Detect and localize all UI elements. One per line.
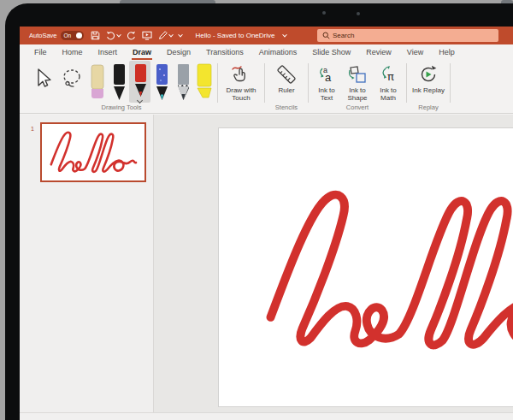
draw-with-touch-button[interactable]: Draw with Touch <box>221 61 262 102</box>
ink-to-text-icon: a a <box>317 65 336 84</box>
pen-dropdown-chevron[interactable] <box>168 32 174 37</box>
undo-button[interactable] <box>106 31 121 40</box>
quick-access-toolbar-chevron[interactable] <box>178 32 183 37</box>
eraser-tool[interactable] <box>86 61 108 101</box>
tab-draw[interactable]: Draw <box>125 44 159 61</box>
tab-transitions[interactable]: Transitions <box>198 44 251 61</box>
pen-options-chevron[interactable] <box>137 98 143 104</box>
ink-to-math-label: Ink to Math <box>373 86 404 102</box>
ruler-icon <box>275 63 298 86</box>
status-bar <box>20 412 513 420</box>
svg-text:a: a <box>325 71 332 84</box>
ink-to-shape-label: Ink to Shape <box>342 86 373 102</box>
sensor-dot <box>357 12 360 15</box>
drawing-tools-group: Drawing Tools <box>28 61 215 113</box>
highlighter-icon <box>194 63 215 101</box>
title-dropdown-chevron[interactable] <box>283 32 288 37</box>
pen-red-selected[interactable] <box>129 61 150 103</box>
workspace: 1 <box>20 115 513 420</box>
pen-tool-button[interactable] <box>158 31 173 40</box>
redo-button[interactable] <box>127 31 136 40</box>
tab-insert[interactable]: Insert <box>91 44 126 61</box>
touch-group-label <box>221 111 262 113</box>
pen-galaxy-icon <box>152 63 171 101</box>
present-icon <box>142 31 152 40</box>
tab-file[interactable]: File <box>27 44 55 61</box>
tab-home[interactable]: Home <box>55 44 91 61</box>
tab-view[interactable]: View <box>399 44 431 61</box>
title-bar: AutoSave On <box>20 27 513 44</box>
save-icon <box>91 31 100 40</box>
highlighter-tool[interactable] <box>193 61 215 101</box>
pen-red-icon <box>131 63 150 98</box>
pencil-tool[interactable] <box>172 61 193 101</box>
ribbon-tab-bar: File Home Insert Draw Design Transitions… <box>20 44 513 61</box>
photo-background: AutoSave On <box>0 0 513 420</box>
drawing-tools-group-label: Drawing Tools <box>28 104 215 113</box>
lasso-icon <box>61 68 83 90</box>
ribbon-separator <box>450 63 451 103</box>
slide-thumbnail-1[interactable] <box>40 122 146 182</box>
ribbon-separator <box>264 63 265 103</box>
tab-animations[interactable]: Animations <box>251 44 305 61</box>
search-input[interactable]: Search <box>317 29 498 42</box>
undo-dropdown-chevron[interactable] <box>116 32 121 37</box>
tab-slide-show[interactable]: Slide Show <box>304 44 358 61</box>
ink-replay-icon <box>418 64 439 85</box>
search-icon <box>322 32 330 39</box>
redo-icon <box>127 31 136 40</box>
pencil-icon <box>174 63 192 101</box>
touch-group: Draw with Touch <box>221 61 262 113</box>
slide-canvas[interactable] <box>218 127 513 407</box>
ink-drawing-hello <box>256 166 513 385</box>
stencils-group-label: Stencils <box>268 104 305 113</box>
ink-to-math-icon: π <box>379 65 398 84</box>
eraser-icon <box>88 63 107 101</box>
convert-group: a a Ink to Text <box>311 61 404 113</box>
ruler-button[interactable]: Ruler <box>268 61 305 94</box>
cursor-icon <box>32 68 53 90</box>
save-button[interactable] <box>91 31 100 40</box>
slide-thumbnail-panel: 1 <box>20 115 154 420</box>
ink-to-text-button[interactable]: a a Ink to Text <box>311 61 342 102</box>
autosave-label: AutoSave <box>29 32 57 39</box>
convert-group-label: Convert <box>311 104 404 113</box>
tab-review[interactable]: Review <box>358 44 399 61</box>
tab-help[interactable]: Help <box>431 44 463 61</box>
replay-group: Ink Replay Replay <box>410 61 447 113</box>
replay-group-label: Replay <box>410 104 447 113</box>
ink-replay-button[interactable]: Ink Replay <box>410 61 447 94</box>
ink-replay-label: Ink Replay <box>412 86 445 94</box>
pen-black-icon <box>109 63 128 101</box>
ribbon-draw-tab: Drawing Tools Draw with Touch <box>20 61 513 114</box>
device-bezel: AutoSave On <box>5 3 513 420</box>
ink-to-shape-icon <box>347 65 368 84</box>
ribbon-separator <box>308 63 309 103</box>
autosave-state: On <box>64 33 72 38</box>
ink-to-text-label: Ink to Text <box>311 86 342 102</box>
ruler-label: Ruler <box>278 86 294 94</box>
pen-icon <box>158 31 168 40</box>
pen-black[interactable] <box>108 61 129 101</box>
powerpoint-window: AutoSave On <box>20 27 513 420</box>
autosave-toggle[interactable]: On <box>61 31 84 40</box>
webcam-dot <box>322 11 326 15</box>
draw-with-touch-label: Draw with Touch <box>224 86 258 102</box>
select-tool[interactable] <box>28 61 57 90</box>
stencils-group: Ruler Stencils <box>268 61 305 113</box>
pen-galaxy[interactable] <box>150 61 172 101</box>
document-title: Hello - Saved to OneDrive <box>196 32 275 39</box>
present-from-beginning-button[interactable] <box>142 31 152 40</box>
search-placeholder: Search <box>333 32 354 39</box>
ink-to-math-button[interactable]: π Ink to Math <box>373 61 404 102</box>
undo-icon <box>106 31 115 40</box>
slide-editing-area[interactable] <box>154 115 513 420</box>
ink-to-shape-button[interactable]: Ink to Shape <box>342 61 373 102</box>
svg-text:π: π <box>387 70 394 83</box>
thumbnail-ink-hello <box>46 125 142 182</box>
lasso-select-tool[interactable] <box>57 61 86 90</box>
draw-with-touch-icon <box>230 64 252 85</box>
tab-design[interactable]: Design <box>159 44 198 61</box>
toggle-knob <box>76 33 82 38</box>
ribbon-separator <box>406 63 407 103</box>
